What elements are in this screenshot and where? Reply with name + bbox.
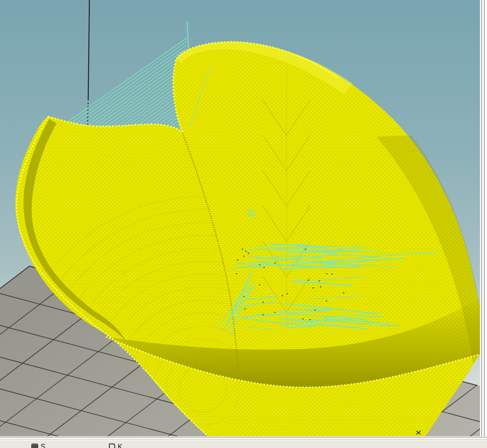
status-button-1-label: S xyxy=(41,443,45,448)
tool-icon xyxy=(109,443,115,448)
printer-icon xyxy=(31,443,38,448)
status-button-2-label: K xyxy=(118,443,122,448)
model-3d-viewport[interactable] xyxy=(0,0,480,436)
status-button-1[interactable]: S xyxy=(31,443,45,448)
status-button-2[interactable]: K xyxy=(109,443,122,448)
toolpath-preview-canvas xyxy=(0,0,480,436)
slicer-window: S K xyxy=(0,0,487,448)
bottom-status-bar: S K xyxy=(0,440,487,448)
panel-splitter[interactable] xyxy=(480,0,487,440)
